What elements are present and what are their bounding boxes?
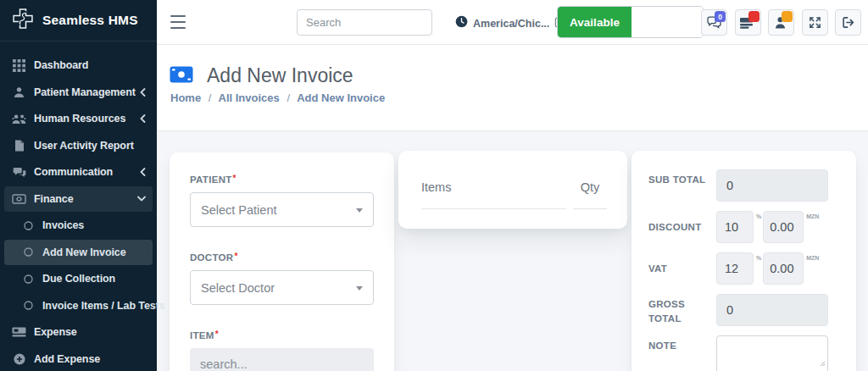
topbar: America/Chic... Available bbox=[157, 0, 868, 45]
patient-select[interactable]: Select Patient bbox=[190, 192, 374, 227]
breadcrumb-all-invoices[interactable]: All Invoices bbox=[219, 91, 280, 104]
sidebar-item-label: Invoices bbox=[42, 219, 84, 231]
sidebar-item-add-new-invoice[interactable]: Add New Invoice bbox=[4, 240, 153, 265]
vat-percent-input[interactable] bbox=[716, 252, 754, 285]
people-icon bbox=[12, 114, 26, 125]
sidebar-item-invoices[interactable]: Invoices bbox=[4, 213, 153, 238]
sidebar-item-label: Expense bbox=[34, 326, 77, 338]
sidebar-item-add-expense[interactable]: Add Expense bbox=[4, 346, 153, 371]
gross-total-label: GROSS TOTAL bbox=[648, 294, 716, 326]
qty-column-header: Qty bbox=[573, 180, 607, 209]
doctor-select-value: Select Doctor bbox=[201, 281, 275, 295]
sidebar-item-label: User Activity Report bbox=[34, 140, 134, 152]
resize-grip-icon[interactable] bbox=[820, 355, 826, 370]
discount-amount-input[interactable] bbox=[763, 211, 804, 243]
note-label: NOTE bbox=[648, 335, 716, 371]
item-label: ITEM* bbox=[190, 329, 374, 341]
topbar-actions: 0 bbox=[701, 9, 861, 36]
subtotal-label: SUB TOTAL bbox=[648, 169, 716, 202]
sidebar-item-communication[interactable]: Communication bbox=[4, 159, 153, 185]
sidebar-item-dashboard[interactable]: Dashboard bbox=[4, 53, 153, 78]
brand[interactable]: Seamless HMS bbox=[0, 0, 157, 42]
doctor-label: DOCTOR* bbox=[190, 252, 374, 263]
gross-total-row: GROSS TOTAL bbox=[648, 294, 839, 326]
invoices-notifications-badge bbox=[748, 11, 760, 22]
sidebar-item-human-resources[interactable]: Human Resources bbox=[4, 106, 153, 131]
banknote-icon bbox=[12, 194, 26, 204]
app-window: Seamless HMS Dashboard bbox=[0, 0, 868, 371]
sidebar-item-label: Due Collection bbox=[42, 273, 115, 285]
money-icon bbox=[170, 66, 193, 86]
circle-icon bbox=[24, 301, 33, 310]
availability-select[interactable] bbox=[632, 7, 703, 37]
timezone-label: America/Chic... bbox=[473, 18, 549, 30]
invoice-items-card: Items Qty bbox=[398, 151, 627, 229]
chevron-down-icon bbox=[137, 196, 146, 202]
breadcrumb-add-new-invoice: Add New Invoice bbox=[297, 91, 385, 104]
messages-button[interactable]: 0 bbox=[701, 9, 727, 36]
search-input[interactable] bbox=[297, 9, 432, 36]
sidebar-item-invoice-items-lab-tests[interactable]: Invoice Items / Lab Tests bbox=[4, 293, 153, 318]
sidebar-item-finance[interactable]: Finance bbox=[4, 186, 153, 212]
sidebar-item-label: Human Resources bbox=[34, 113, 125, 125]
currency-unit: MZN bbox=[806, 213, 819, 219]
sidebar-item-expense[interactable]: Expense bbox=[4, 319, 153, 345]
file-icon bbox=[12, 140, 26, 152]
vat-amount-input[interactable] bbox=[763, 252, 804, 285]
availability-control[interactable]: Available bbox=[558, 7, 703, 37]
chat-bubbles-icon bbox=[12, 167, 26, 178]
hms-logo-icon bbox=[11, 7, 35, 34]
patient-select-value: Select Patient bbox=[201, 203, 276, 217]
chevron-left-icon bbox=[140, 168, 146, 176]
plus-circle-icon bbox=[12, 353, 26, 365]
sidebar-item-patient-management[interactable]: Patient Management bbox=[4, 80, 153, 105]
sidebar: Seamless HMS Dashboard bbox=[0, 0, 157, 371]
fullscreen-button[interactable] bbox=[802, 9, 828, 36]
timezone-widget[interactable]: America/Chic... bbox=[455, 15, 566, 31]
circle-icon bbox=[24, 247, 33, 257]
patient-icon bbox=[12, 86, 26, 98]
main-area: America/Chic... Available bbox=[157, 0, 868, 371]
percent-unit: % bbox=[756, 213, 761, 219]
breadcrumb: Home / All Invoices / Add New Invoice bbox=[170, 91, 385, 104]
percent-unit: % bbox=[756, 255, 761, 261]
content-area: PATIENT* Select Patient DOCTOR* Select D… bbox=[157, 131, 868, 371]
currency-unit: MZN bbox=[806, 255, 819, 261]
card-icon bbox=[12, 327, 26, 337]
vat-label: VAT bbox=[648, 252, 716, 285]
subtotal-row: SUB TOTAL bbox=[648, 169, 839, 202]
patient-messages-button[interactable] bbox=[768, 9, 794, 36]
sidebar-menu: Dashboard Patient Management bbox=[0, 42, 157, 371]
item-search-input[interactable] bbox=[190, 348, 374, 371]
note-row: NOTE bbox=[648, 335, 839, 371]
patient-label: PATIENT* bbox=[190, 174, 374, 185]
grid-icon bbox=[12, 59, 26, 72]
discount-row: DISCOUNT % MZN bbox=[648, 211, 839, 243]
availability-status-button[interactable]: Available bbox=[558, 7, 632, 37]
chevron-down-icon bbox=[356, 208, 363, 213]
breadcrumb-separator: / bbox=[204, 91, 216, 104]
vat-row: VAT % MZN bbox=[648, 252, 839, 285]
logout-button[interactable] bbox=[835, 9, 861, 36]
sidebar-item-due-collection[interactable]: Due Collection bbox=[4, 266, 153, 291]
brand-title: Seamless HMS bbox=[42, 13, 138, 28]
invoices-notifications-button[interactable] bbox=[735, 9, 761, 36]
menu-toggle-button[interactable] bbox=[170, 15, 186, 29]
note-textarea[interactable] bbox=[716, 335, 828, 371]
messages-badge: 0 bbox=[715, 11, 726, 22]
sidebar-item-label: Invoice Items / Lab Tests bbox=[42, 300, 165, 312]
subtotal-input[interactable] bbox=[716, 169, 828, 202]
items-column-header: Items bbox=[421, 180, 566, 209]
discount-label: DISCOUNT bbox=[648, 211, 716, 243]
chevron-left-icon bbox=[140, 88, 146, 97]
clock-icon bbox=[455, 15, 468, 31]
doctor-select[interactable]: Select Doctor bbox=[190, 270, 374, 305]
breadcrumb-home[interactable]: Home bbox=[170, 91, 201, 104]
invoice-totals-card: SUB TOTAL DISCOUNT % MZN VAT bbox=[632, 151, 856, 371]
sidebar-item-user-activity-report[interactable]: User Activity Report bbox=[4, 133, 153, 158]
gross-total-input[interactable] bbox=[716, 294, 828, 326]
sidebar-item-label: Finance bbox=[34, 193, 74, 205]
sidebar-item-label: Dashboard bbox=[34, 59, 88, 71]
sidebar-item-label: Add Expense bbox=[34, 353, 100, 365]
discount-percent-input[interactable] bbox=[716, 211, 754, 243]
